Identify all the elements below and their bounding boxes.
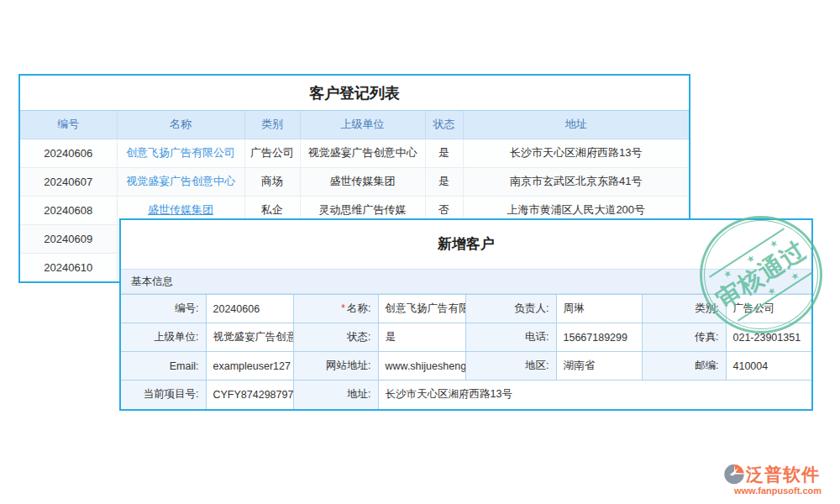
field-label-number: 编号:: [121, 295, 206, 323]
cell-number: 20240608: [20, 196, 117, 224]
field-input-number[interactable]: 20240606: [206, 295, 293, 323]
field-label-address: 地址:: [293, 381, 378, 409]
add-customer-dialog: 新增客户 基本信息 编号: 20240606 *名称: 创意飞扬广告有限 负责人…: [119, 218, 813, 411]
field-input-fax[interactable]: 021-23901351: [726, 323, 811, 352]
cell-address: 长沙市天心区湘府西路13号: [463, 139, 689, 167]
cell-status: 是: [425, 167, 463, 196]
field-label-status: 状态:: [293, 323, 378, 352]
cell-category: 广告公司: [244, 139, 300, 167]
fanpu-logo-icon: [722, 463, 746, 486]
cell-address: 南京市玄武区北京东路41号: [463, 167, 689, 196]
field-label-project-number: 当前项目号:: [121, 381, 206, 409]
field-input-website[interactable]: www.shijuesheng: [378, 352, 465, 381]
customer-name-link[interactable]: 视觉盛宴广告创意中心: [126, 175, 235, 187]
brand-url[interactable]: www.fanpusoft.com: [722, 486, 833, 496]
field-input-address[interactable]: 长沙市天心区湘府西路13号: [378, 381, 811, 409]
cell-parent-unit: 视觉盛宴广告创意中心: [300, 139, 425, 167]
cell-number: 20240607: [20, 167, 117, 196]
field-label-parent-unit: 上级单位:: [121, 323, 206, 352]
field-label-manager: 负责人:: [465, 295, 556, 323]
col-header-status: 状态: [425, 111, 463, 139]
field-input-manager[interactable]: 周琳: [556, 295, 642, 323]
cell-status: 是: [425, 139, 463, 167]
field-label-website: 网站地址:: [293, 352, 378, 381]
field-input-region[interactable]: 湖南省: [556, 352, 642, 381]
col-header-parent-unit: 上级单位: [300, 111, 425, 139]
field-input-status[interactable]: 是: [378, 323, 465, 352]
cell-number: 20240606: [20, 139, 117, 167]
required-asterisk: *: [341, 302, 345, 314]
customer-name-link[interactable]: 创意飞扬广告有限公司: [126, 146, 235, 159]
field-input-email[interactable]: exampleuser127: [206, 352, 293, 381]
col-header-name: 名称: [117, 111, 244, 139]
dialog-title: 新增客户: [121, 220, 811, 269]
field-input-zipcode[interactable]: 410004: [726, 352, 811, 381]
field-input-project-number[interactable]: CYFY8742987979: [206, 381, 293, 409]
field-label-phone: 电话:: [465, 323, 556, 352]
customer-form: 编号: 20240606 *名称: 创意飞扬广告有限 负责人: 周琳 类别: 广…: [121, 294, 811, 409]
customer-name-link[interactable]: 盛世传媒集团: [148, 203, 213, 216]
col-header-number: 编号: [20, 111, 117, 139]
cell-number: 20240610: [20, 253, 117, 281]
field-label-email: Email:: [121, 352, 206, 381]
table-header-row: 编号 名称 类别 上级单位 状态 地址: [20, 111, 689, 139]
brand-logo: 泛普软件 www.fanpusoft.com: [722, 463, 833, 496]
list-title: 客户登记列表: [20, 76, 689, 111]
field-label-region: 地区:: [465, 352, 556, 381]
field-input-phone[interactable]: 15667189299: [556, 323, 642, 352]
field-input-category[interactable]: 广告公司: [726, 295, 811, 323]
col-header-category: 类别: [244, 111, 300, 139]
field-label-category: 类别:: [642, 295, 726, 323]
field-label-fax: 传真:: [642, 323, 726, 352]
col-header-address: 地址: [463, 111, 689, 139]
cell-number: 20240609: [20, 224, 117, 253]
section-basic-info: 基本信息: [121, 269, 811, 294]
table-row: 20240606 创意飞扬广告有限公司 广告公司 视觉盛宴广告创意中心 是 长沙…: [20, 139, 689, 167]
field-label-zipcode: 邮编:: [642, 352, 726, 381]
field-input-parent-unit[interactable]: 视觉盛宴广告创意: [206, 323, 293, 352]
field-input-name[interactable]: 创意飞扬广告有限: [378, 295, 465, 323]
cell-category: 商场: [244, 167, 300, 196]
brand-name: 泛普软件: [746, 464, 820, 486]
cell-parent-unit: 盛世传媒集团: [300, 167, 425, 196]
table-row: 20240607 视觉盛宴广告创意中心 商场 盛世传媒集团 是 南京市玄武区北京…: [20, 167, 689, 196]
field-label-name: *名称:: [293, 295, 378, 323]
